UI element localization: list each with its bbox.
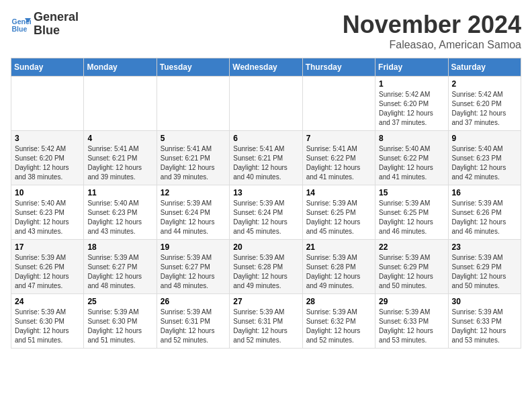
calendar-day-cell: 12Sunrise: 5:39 AM Sunset: 6:24 PM Dayli…: [157, 185, 229, 240]
calendar-week-row: 24Sunrise: 5:39 AM Sunset: 6:30 PM Dayli…: [11, 294, 521, 349]
day-number: 6: [233, 134, 298, 143]
day-info: Sunrise: 5:42 AM Sunset: 6:20 PM Dayligh…: [379, 90, 444, 128]
calendar-week-row: 10Sunrise: 5:40 AM Sunset: 6:23 PM Dayli…: [11, 185, 521, 240]
day-number: 27: [233, 297, 298, 306]
calendar-day-cell: 9Sunrise: 5:40 AM Sunset: 6:23 PM Daylig…: [448, 131, 521, 185]
calendar-weekday-header: Friday: [375, 58, 448, 77]
day-info: Sunrise: 5:39 AM Sunset: 6:28 PM Dayligh…: [233, 253, 298, 291]
day-number: 21: [306, 242, 371, 252]
calendar-day-cell: 13Sunrise: 5:39 AM Sunset: 6:24 PM Dayli…: [230, 185, 302, 240]
day-info: Sunrise: 5:39 AM Sunset: 6:30 PM Dayligh…: [15, 308, 80, 345]
calendar-week-row: 1Sunrise: 5:42 AM Sunset: 6:20 PM Daylig…: [11, 77, 521, 131]
logo-text: General Blue: [34, 11, 79, 38]
calendar-day-cell: 11Sunrise: 5:40 AM Sunset: 6:23 PM Dayli…: [84, 185, 157, 240]
calendar-day-cell: 26Sunrise: 5:39 AM Sunset: 6:31 PM Dayli…: [157, 294, 229, 349]
calendar-day-cell: 7Sunrise: 5:41 AM Sunset: 6:22 PM Daylig…: [302, 131, 375, 185]
calendar-day-cell: 22Sunrise: 5:39 AM Sunset: 6:29 PM Dayli…: [375, 240, 448, 294]
day-number: 12: [161, 188, 226, 197]
day-number: 5: [161, 134, 226, 143]
calendar-header-row: SundayMondayTuesdayWednesdayThursdayFrid…: [11, 58, 521, 77]
day-info: Sunrise: 5:40 AM Sunset: 6:22 PM Dayligh…: [379, 144, 444, 182]
day-number: 10: [15, 188, 80, 197]
day-number: 24: [15, 297, 80, 306]
day-number: 23: [452, 242, 517, 252]
day-info: Sunrise: 5:39 AM Sunset: 6:25 PM Dayligh…: [306, 199, 371, 236]
calendar-day-cell: [157, 77, 229, 131]
calendar-weekday-header: Sunday: [11, 58, 84, 77]
calendar-body: 1Sunrise: 5:42 AM Sunset: 6:20 PM Daylig…: [11, 77, 521, 349]
calendar-day-cell: 16Sunrise: 5:39 AM Sunset: 6:26 PM Dayli…: [448, 185, 521, 240]
calendar-day-cell: 19Sunrise: 5:39 AM Sunset: 6:27 PM Dayli…: [157, 240, 229, 294]
day-number: 25: [87, 297, 152, 306]
day-number: 16: [452, 188, 517, 197]
day-info: Sunrise: 5:39 AM Sunset: 6:33 PM Dayligh…: [452, 308, 517, 345]
day-info: Sunrise: 5:41 AM Sunset: 6:21 PM Dayligh…: [87, 144, 152, 182]
calendar-day-cell: 14Sunrise: 5:39 AM Sunset: 6:25 PM Dayli…: [302, 185, 375, 240]
day-info: Sunrise: 5:42 AM Sunset: 6:20 PM Dayligh…: [452, 90, 517, 128]
day-info: Sunrise: 5:39 AM Sunset: 6:26 PM Dayligh…: [452, 199, 517, 236]
svg-text:Blue: Blue: [12, 24, 28, 32]
calendar-day-cell: [11, 77, 84, 131]
day-number: 11: [87, 188, 152, 197]
calendar-day-cell: 17Sunrise: 5:39 AM Sunset: 6:26 PM Dayli…: [11, 240, 84, 294]
calendar-day-cell: 1Sunrise: 5:42 AM Sunset: 6:20 PM Daylig…: [375, 77, 448, 131]
day-number: 2: [452, 79, 517, 89]
day-info: Sunrise: 5:41 AM Sunset: 6:21 PM Dayligh…: [233, 144, 298, 182]
calendar-week-row: 17Sunrise: 5:39 AM Sunset: 6:26 PM Dayli…: [11, 240, 521, 294]
calendar-day-cell: 24Sunrise: 5:39 AM Sunset: 6:30 PM Dayli…: [11, 294, 84, 349]
calendar-day-cell: 25Sunrise: 5:39 AM Sunset: 6:30 PM Dayli…: [84, 294, 157, 349]
day-number: 7: [306, 134, 371, 143]
day-number: 9: [452, 134, 517, 143]
calendar-week-row: 3Sunrise: 5:42 AM Sunset: 6:20 PM Daylig…: [11, 131, 521, 185]
day-info: Sunrise: 5:39 AM Sunset: 6:29 PM Dayligh…: [452, 253, 517, 291]
calendar-day-cell: [84, 77, 157, 131]
calendar-day-cell: 8Sunrise: 5:40 AM Sunset: 6:22 PM Daylig…: [375, 131, 448, 185]
day-info: Sunrise: 5:41 AM Sunset: 6:21 PM Dayligh…: [161, 144, 226, 182]
calendar-day-cell: 6Sunrise: 5:41 AM Sunset: 6:21 PM Daylig…: [230, 131, 302, 185]
day-info: Sunrise: 5:39 AM Sunset: 6:27 PM Dayligh…: [161, 253, 226, 291]
calendar-day-cell: 4Sunrise: 5:41 AM Sunset: 6:21 PM Daylig…: [84, 131, 157, 185]
calendar-day-cell: 2Sunrise: 5:42 AM Sunset: 6:20 PM Daylig…: [448, 77, 521, 131]
calendar-day-cell: 15Sunrise: 5:39 AM Sunset: 6:25 PM Dayli…: [375, 185, 448, 240]
day-info: Sunrise: 5:40 AM Sunset: 6:23 PM Dayligh…: [452, 144, 517, 182]
calendar-day-cell: 28Sunrise: 5:39 AM Sunset: 6:32 PM Dayli…: [302, 294, 375, 349]
day-number: 20: [233, 242, 298, 252]
day-info: Sunrise: 5:39 AM Sunset: 6:27 PM Dayligh…: [87, 253, 152, 291]
calendar-day-cell: 27Sunrise: 5:39 AM Sunset: 6:31 PM Dayli…: [230, 294, 302, 349]
day-info: Sunrise: 5:39 AM Sunset: 6:33 PM Dayligh…: [379, 308, 444, 345]
day-number: 26: [161, 297, 226, 306]
day-number: 22: [379, 242, 444, 252]
day-number: 18: [87, 242, 152, 252]
day-number: 30: [452, 297, 517, 306]
calendar-day-cell: 5Sunrise: 5:41 AM Sunset: 6:21 PM Daylig…: [157, 131, 229, 185]
calendar-day-cell: 21Sunrise: 5:39 AM Sunset: 6:28 PM Dayli…: [302, 240, 375, 294]
calendar-weekday-header: Tuesday: [157, 58, 229, 77]
day-info: Sunrise: 5:42 AM Sunset: 6:20 PM Dayligh…: [15, 144, 80, 182]
calendar-weekday-header: Saturday: [448, 58, 521, 77]
day-info: Sunrise: 5:41 AM Sunset: 6:22 PM Dayligh…: [306, 144, 371, 182]
location-subtitle: Faleasao, American Samoa: [343, 39, 521, 51]
day-number: 13: [233, 188, 298, 197]
title-area: November 2024 Faleasao, American Samoa: [343, 11, 521, 51]
day-number: 3: [15, 134, 80, 143]
calendar-day-cell: 3Sunrise: 5:42 AM Sunset: 6:20 PM Daylig…: [11, 131, 84, 185]
calendar-day-cell: [302, 77, 375, 131]
calendar-day-cell: 23Sunrise: 5:39 AM Sunset: 6:29 PM Dayli…: [448, 240, 521, 294]
calendar-day-cell: [230, 77, 302, 131]
day-info: Sunrise: 5:39 AM Sunset: 6:29 PM Dayligh…: [379, 253, 444, 291]
day-info: Sunrise: 5:40 AM Sunset: 6:23 PM Dayligh…: [15, 199, 80, 236]
day-info: Sunrise: 5:39 AM Sunset: 6:24 PM Dayligh…: [161, 199, 226, 236]
calendar-day-cell: 20Sunrise: 5:39 AM Sunset: 6:28 PM Dayli…: [230, 240, 302, 294]
logo: General Blue General Blue: [11, 11, 79, 38]
calendar-weekday-header: Thursday: [302, 58, 375, 77]
day-info: Sunrise: 5:39 AM Sunset: 6:32 PM Dayligh…: [306, 308, 371, 345]
day-info: Sunrise: 5:39 AM Sunset: 6:31 PM Dayligh…: [233, 308, 298, 345]
day-number: 28: [306, 297, 371, 306]
day-info: Sunrise: 5:39 AM Sunset: 6:30 PM Dayligh…: [87, 308, 152, 345]
day-info: Sunrise: 5:39 AM Sunset: 6:24 PM Dayligh…: [233, 199, 298, 236]
day-info: Sunrise: 5:39 AM Sunset: 6:25 PM Dayligh…: [379, 199, 444, 236]
day-info: Sunrise: 5:40 AM Sunset: 6:23 PM Dayligh…: [87, 199, 152, 236]
month-title: November 2024: [343, 11, 521, 39]
day-number: 29: [379, 297, 444, 306]
day-number: 8: [379, 134, 444, 143]
